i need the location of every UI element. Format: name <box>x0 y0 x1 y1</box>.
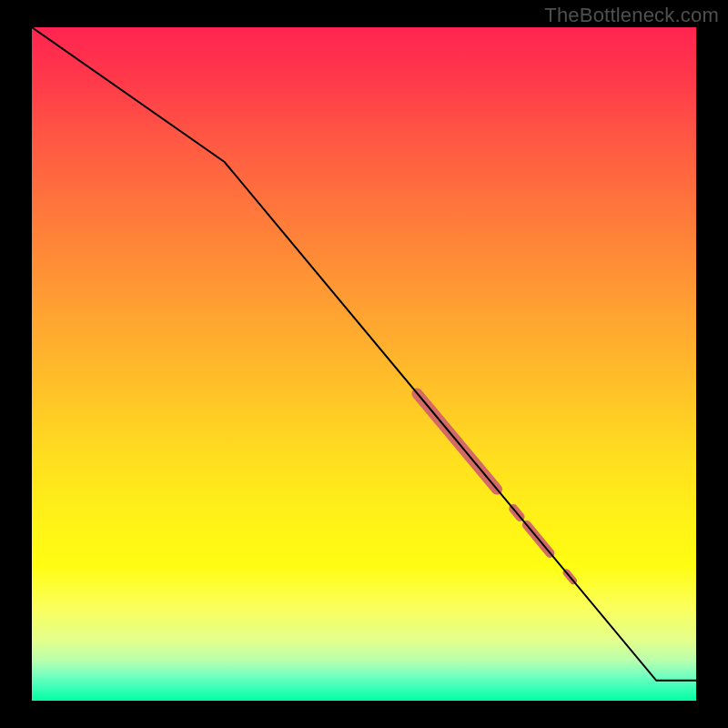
chart-svg <box>32 27 696 701</box>
main-curve <box>32 27 696 681</box>
attribution-text: TheBottleneck.com <box>544 4 719 27</box>
